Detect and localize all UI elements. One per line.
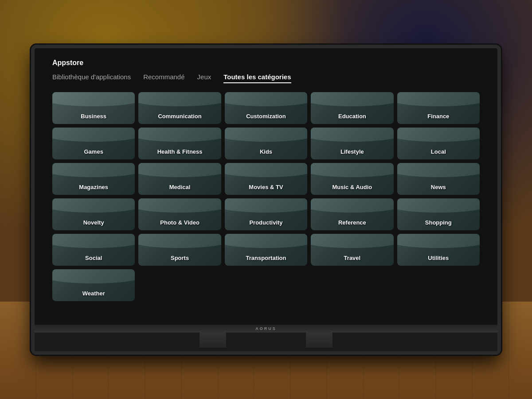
category-tile-novelty[interactable]: Novelty [52, 198, 135, 230]
category-label-finance: Finance [427, 113, 449, 120]
category-tile-sports[interactable]: Sports [138, 234, 221, 266]
category-label-magazines: Magazines [79, 184, 108, 190]
category-tile-reference[interactable]: Reference [311, 198, 393, 230]
category-label-medical: Medical [169, 184, 191, 190]
category-tile-productivity[interactable]: Productivity [225, 198, 307, 230]
category-label-reference: Reference [338, 219, 366, 226]
category-tile-games[interactable]: Games [52, 128, 135, 159]
category-tile-travel[interactable]: Travel [311, 234, 393, 266]
category-tile-customization[interactable]: Customization [225, 92, 307, 124]
category-label-movies-tv: Movies & TV [249, 184, 283, 190]
category-tile-magazines[interactable]: Magazines [52, 163, 135, 195]
nav-tab-library[interactable]: Bibliothèque d'applications [52, 73, 131, 83]
category-label-communication: Communication [158, 113, 201, 120]
category-label-sports: Sports [171, 255, 189, 261]
category-label-utilities: Utilities [428, 255, 449, 261]
category-label-lifestyle: Lifestyle [340, 148, 364, 155]
category-tile-health-fitness[interactable]: Health & Fitness [138, 128, 221, 159]
tv-screen: Appstore Bibliothèque d'applicationsReco… [35, 48, 497, 325]
tv-stand-bar: AORUS [35, 325, 497, 333]
category-tile-shopping[interactable]: Shopping [397, 198, 480, 230]
tv-foot-left [200, 333, 226, 351]
category-tile-photo-video[interactable]: Photo & Video [138, 198, 221, 230]
category-tile-movies-tv[interactable]: Movies & TV [225, 163, 307, 195]
category-label-music-audio: Music & Audio [332, 184, 372, 190]
category-tile-kids[interactable]: Kids [225, 128, 307, 159]
category-tile-finance[interactable]: Finance [397, 92, 480, 124]
category-label-novelty: Novelty [83, 219, 104, 226]
category-label-productivity: Productivity [249, 219, 282, 226]
tv-feet [200, 333, 332, 351]
category-label-photo-video: Photo & Video [160, 219, 200, 226]
tv-foot-right [306, 333, 332, 351]
category-tile-social[interactable]: Social [52, 234, 135, 266]
category-label-travel: Travel [344, 255, 361, 261]
category-tile-utilities[interactable]: Utilities [397, 234, 480, 266]
categories-grid: BusinessCommunicationCustomizationEducat… [52, 92, 480, 301]
category-tile-lifestyle[interactable]: Lifestyle [311, 128, 393, 159]
category-tile-education[interactable]: Education [311, 92, 393, 124]
category-tile-transportation[interactable]: Transportation [225, 234, 307, 266]
category-tile-local[interactable]: Local [397, 128, 480, 159]
category-label-transportation: Transportation [246, 255, 286, 261]
category-label-health-fitness: Health & Fitness [157, 148, 203, 155]
category-tile-news[interactable]: News [397, 163, 480, 195]
category-tile-medical[interactable]: Medical [138, 163, 221, 195]
category-label-kids: Kids [260, 148, 272, 155]
page-title: Appstore [52, 59, 480, 67]
tv: Appstore Bibliothèque d'applicationsReco… [31, 45, 501, 355]
category-label-news: News [431, 184, 446, 190]
nav-tab-categories[interactable]: Toutes les catégories [223, 73, 291, 83]
category-label-weather: Weather [82, 290, 105, 297]
category-tile-communication[interactable]: Communication [138, 92, 221, 124]
category-label-customization: Customization [246, 113, 286, 120]
category-label-shopping: Shopping [425, 219, 452, 226]
category-label-local: Local [431, 148, 446, 155]
category-tile-business[interactable]: Business [52, 92, 135, 124]
category-label-education: Education [338, 113, 366, 120]
category-tile-music-audio[interactable]: Music & Audio [311, 163, 393, 195]
nav-tabs: Bibliothèque d'applicationsRecommandéJeu… [52, 73, 480, 83]
category-label-business: Business [81, 113, 106, 120]
category-label-games: Games [84, 148, 103, 155]
category-label-social: Social [85, 255, 102, 261]
category-tile-weather[interactable]: Weather [52, 269, 135, 301]
tv-brand: AORUS [255, 326, 277, 331]
nav-tab-recommended[interactable]: Recommandé [143, 73, 184, 83]
nav-tab-games[interactable]: Jeux [197, 73, 211, 83]
